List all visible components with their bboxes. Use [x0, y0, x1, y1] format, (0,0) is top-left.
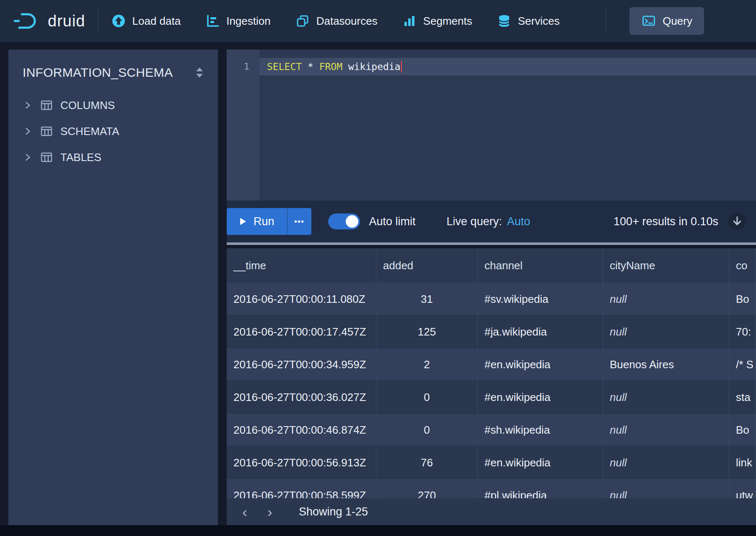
prev-page-button[interactable]: ‹: [235, 502, 254, 521]
table-cell[interactable]: 0: [376, 414, 478, 446]
sidebar-item-tables[interactable]: TABLES: [8, 144, 218, 170]
results-summary: 100+ results in 0.10s: [614, 215, 718, 228]
sql-keyword: FROM: [319, 61, 342, 72]
brand-text: druid: [48, 12, 85, 30]
table-cell[interactable]: 2016-06-27T00:00:11.080Z: [227, 283, 376, 315]
nav-item-label: Segments: [423, 15, 472, 28]
results-table: __time added channel cityName co 2016-06…: [227, 248, 756, 512]
table-row: 2016-06-27T00:00:36.027Z 0 #en.wikipedia…: [227, 381, 756, 414]
table-cell[interactable]: 2016-06-27T00:00:17.457Z: [227, 315, 376, 348]
live-query: Live query: Auto: [447, 215, 531, 228]
table-cell[interactable]: Bo: [729, 283, 756, 315]
nav-item-segments[interactable]: Segments: [402, 13, 472, 29]
sql-space: [302, 61, 308, 72]
column-header-comment[interactable]: co: [729, 248, 756, 283]
table-cell[interactable]: #sh.wikipedia: [478, 414, 603, 446]
table-cell[interactable]: #ja.wikipedia: [478, 315, 603, 348]
sql-editor[interactable]: 1 SELECT * FROM wikipedia: [227, 49, 756, 200]
table-cell[interactable]: #en.wikipedia: [478, 348, 603, 381]
table-cell[interactable]: null: [603, 315, 729, 348]
editor-line-1: 1 SELECT * FROM wikipedia: [227, 49, 756, 75]
navbar-menu: Load data Ingestion Datasources: [111, 13, 560, 29]
table-cell[interactable]: link: [729, 446, 756, 479]
table-cell[interactable]: 125: [376, 315, 478, 348]
schema-header: INFORMATION_SCHEMA: [8, 49, 218, 92]
column-header-channel[interactable]: channel: [478, 248, 603, 283]
nav-item-ingestion[interactable]: Ingestion: [205, 13, 271, 29]
auto-limit-toggle[interactable]: [328, 213, 360, 229]
pagination-bar: ‹ › Showing 1-25: [227, 498, 756, 525]
table-row: 2016-06-27T00:00:34.959Z 2 #en.wikipedia…: [227, 348, 756, 381]
resize-handle[interactable]: [227, 242, 756, 245]
druid-logo[interactable]: druid: [12, 11, 85, 31]
table-grid-icon: [40, 99, 53, 112]
table-cell[interactable]: 76: [376, 446, 478, 479]
download-icon[interactable]: [728, 212, 747, 231]
chevron-right-icon[interactable]: [23, 101, 33, 109]
table-cell[interactable]: 0: [376, 381, 478, 414]
druid-logo-icon: [12, 11, 41, 31]
chevron-right-icon[interactable]: [23, 153, 33, 161]
column-header-cityname[interactable]: cityName: [603, 248, 729, 283]
table-cell[interactable]: 31: [376, 283, 478, 315]
sql-star: *: [308, 61, 313, 72]
table-cell[interactable]: 70:: [729, 315, 756, 348]
table-cell[interactable]: 2016-06-27T00:00:34.959Z: [227, 348, 376, 381]
table-cell[interactable]: null: [603, 446, 729, 479]
table-cell[interactable]: 2016-06-27T00:00:46.874Z: [227, 414, 376, 446]
table-cell[interactable]: #en.wikipedia: [478, 381, 603, 414]
nav-item-load-data[interactable]: Load data: [111, 13, 181, 29]
nav-item-query[interactable]: Query: [629, 7, 704, 35]
table-cell[interactable]: null: [603, 414, 729, 446]
table-cell[interactable]: 2: [376, 348, 478, 381]
play-icon: [239, 217, 246, 226]
live-query-label: Live query:: [447, 215, 502, 228]
table-cell[interactable]: 2016-06-27T00:00:36.027Z: [227, 381, 376, 414]
table-cell[interactable]: #sv.wikipedia: [478, 283, 603, 315]
column-header-added[interactable]: added: [376, 248, 478, 283]
database-icon: [497, 13, 512, 29]
nav-item-label: Services: [518, 15, 560, 28]
navbar: druid Load data Ingestion: [0, 0, 756, 42]
schema-title: INFORMATION_SCHEMA: [23, 65, 173, 80]
table-row: 2016-06-27T00:00:11.080Z 31 #sv.wikipedi…: [227, 283, 756, 315]
text-cursor: [401, 61, 402, 73]
nav-item-services[interactable]: Services: [497, 13, 560, 29]
sql-space: [342, 61, 348, 72]
run-button-group: Run •••: [227, 208, 311, 235]
table-cell[interactable]: Buenos Aires: [603, 348, 729, 381]
table-cell[interactable]: #en.wikipedia: [478, 446, 603, 479]
table-grid-icon: [40, 151, 53, 164]
sql-space: [313, 61, 319, 72]
table-cell[interactable]: null: [603, 381, 729, 414]
nav-item-datasources[interactable]: Datasources: [295, 13, 378, 29]
column-header-time[interactable]: __time: [227, 248, 376, 283]
sidebar-item-schemata[interactable]: SCHEMATA: [8, 118, 218, 144]
bottom-strip: [0, 525, 756, 536]
sql-keyword: SELECT: [267, 61, 302, 72]
table-header-row: __time added channel cityName co: [227, 248, 756, 283]
toggle-knob: [346, 215, 358, 228]
tree-item-label: COLUMNS: [60, 99, 115, 112]
next-page-button[interactable]: ›: [260, 502, 280, 521]
table-cell[interactable]: /* S: [729, 348, 756, 381]
chevron-right-icon: ›: [267, 504, 272, 520]
chevron-left-icon: ‹: [242, 504, 247, 520]
chevron-right-icon[interactable]: [23, 127, 33, 135]
table-cell[interactable]: 2016-06-27T00:00:56.913Z: [227, 446, 376, 479]
run-button-label: Run: [254, 215, 274, 228]
double-caret-vertical-icon[interactable]: [194, 66, 205, 79]
sidebar-item-columns[interactable]: COLUMNS: [8, 92, 218, 118]
table-cell[interactable]: null: [603, 283, 729, 315]
run-more-button[interactable]: •••: [287, 208, 311, 235]
table-cell[interactable]: sta: [729, 381, 756, 414]
run-button[interactable]: Run: [227, 208, 287, 235]
tree-item-label: SCHEMATA: [60, 125, 119, 138]
live-query-value[interactable]: Auto: [507, 215, 531, 228]
sql-code-line[interactable]: SELECT * FROM wikipedia: [259, 58, 756, 75]
run-bar: Run ••• Auto limit Live query: Auto 100+…: [227, 200, 756, 242]
results-panel: __time added channel cityName co 2016-06…: [227, 248, 756, 525]
table-cell[interactable]: Bo: [729, 414, 756, 446]
table-grid-icon: [40, 125, 53, 138]
table-row: 2016-06-27T00:00:56.913Z 76 #en.wikipedi…: [227, 446, 756, 479]
